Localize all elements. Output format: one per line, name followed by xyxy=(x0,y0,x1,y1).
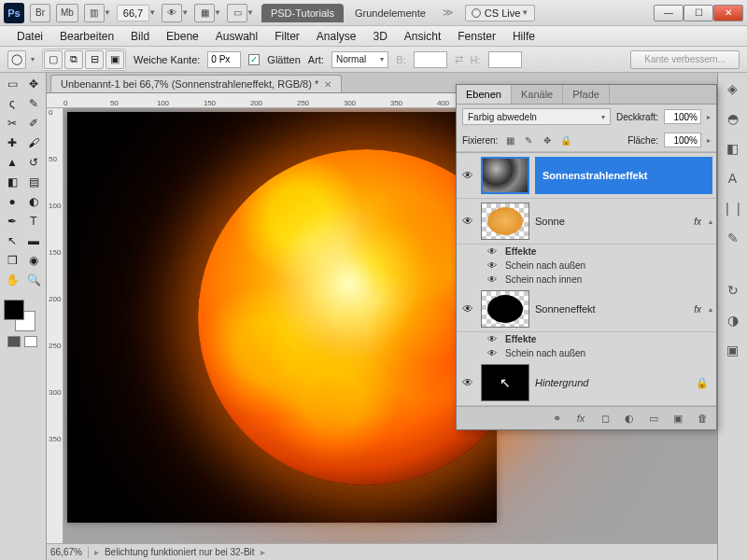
menu-auswahl[interactable]: Auswahl xyxy=(208,28,265,45)
menu-ansicht[interactable]: Ansicht xyxy=(397,28,448,45)
menu-bearbeiten[interactable]: Bearbeiten xyxy=(52,28,121,45)
quick-select-tool[interactable]: ✎ xyxy=(23,94,44,113)
stamp-tool[interactable]: ▲ xyxy=(2,153,22,172)
3d-camera-tool[interactable]: ◉ xyxy=(23,251,44,270)
style-select[interactable]: Normal▾ xyxy=(331,51,388,68)
add-selection-icon[interactable]: ⧉ xyxy=(64,50,83,69)
layer-group-icon[interactable]: ▭ xyxy=(645,411,662,426)
lock-paint-icon[interactable]: ✎ xyxy=(522,133,535,147)
fill-flyout-icon[interactable]: ▸ xyxy=(707,136,711,145)
lock-all-icon[interactable]: 🔒 xyxy=(559,133,572,147)
adjustments-icon[interactable]: ◧ xyxy=(723,138,743,159)
menu-bild[interactable]: Bild xyxy=(123,28,157,45)
color-swatches[interactable] xyxy=(2,298,43,333)
menu-fenster[interactable]: Fenster xyxy=(450,28,503,45)
visibility-icon[interactable]: 👁 xyxy=(460,302,475,315)
opacity-flyout-icon[interactable]: ▸ xyxy=(707,113,711,121)
layer-name[interactable]: Sonnenstrahleneffekt xyxy=(535,157,712,194)
crop-tool[interactable]: ✂ xyxy=(2,114,22,133)
workspace-tab-psd-tutorials[interactable]: PSD-Tutorials xyxy=(261,4,344,22)
layout-picker[interactable]: ▥▼ xyxy=(84,4,111,22)
bridge-button[interactable]: Br xyxy=(30,4,50,22)
lasso-tool[interactable]: ς xyxy=(2,94,22,113)
workspace-tab-grundelemente[interactable]: Grundelemente xyxy=(345,4,435,22)
tab-ebenen[interactable]: Ebenen xyxy=(457,85,512,104)
layer-row[interactable]: 👁 Sonneneffekt fx▴ xyxy=(457,287,716,332)
layer-name[interactable]: Sonneneffekt xyxy=(535,303,688,315)
layer-name[interactable]: Sonne xyxy=(535,216,688,227)
layer-thumbnail[interactable] xyxy=(481,203,529,240)
fill-input[interactable] xyxy=(664,133,701,147)
menu-ebene[interactable]: Ebene xyxy=(159,28,206,45)
feather-input[interactable] xyxy=(207,51,241,68)
visibility-icon[interactable]: 👁 xyxy=(460,376,475,389)
heal-tool[interactable]: ✚ xyxy=(2,133,22,152)
layer-thumbnail[interactable] xyxy=(481,290,529,328)
navigator-icon[interactable]: ▣ xyxy=(723,340,743,360)
maximize-button[interactable]: ☐ xyxy=(684,5,713,21)
path-select-tool[interactable]: ↖ xyxy=(2,231,22,250)
fx-badge[interactable]: fx xyxy=(694,304,701,315)
layer-thumbnail[interactable]: ↖ xyxy=(481,364,529,401)
blur-tool[interactable]: ● xyxy=(2,192,22,211)
zoom-tool[interactable]: 🔍 xyxy=(23,271,44,289)
brush-tool[interactable]: 🖌 xyxy=(23,133,44,152)
eraser-tool[interactable]: ◧ xyxy=(2,173,22,191)
zoom-field[interactable]: 66,7▼ xyxy=(117,5,156,21)
layer-row[interactable]: 👁 Sonne fx▴ xyxy=(457,199,716,245)
lock-position-icon[interactable]: ✥ xyxy=(541,133,554,147)
effects-header[interactable]: 👁Effekte xyxy=(457,332,716,346)
adjustment-layer-icon[interactable]: ◐ xyxy=(621,411,638,426)
refine-edge-button[interactable]: Kante verbessern... xyxy=(630,50,740,69)
brush-presets-icon[interactable]: ❘❘ xyxy=(723,198,743,218)
new-selection-icon[interactable]: ▢ xyxy=(44,50,63,69)
antialias-checkbox[interactable]: ✓ xyxy=(248,54,260,65)
3d-tool[interactable]: ❒ xyxy=(2,251,22,270)
tab-pfade[interactable]: Pfade xyxy=(563,85,610,104)
foreground-swatch[interactable] xyxy=(4,300,24,320)
effect-item[interactable]: 👁Schein nach außen xyxy=(457,346,716,360)
arrange-button[interactable]: ▦▼ xyxy=(194,4,221,22)
layers-icon[interactable]: ◈ xyxy=(723,78,743,99)
color-icon[interactable]: ◓ xyxy=(723,108,743,129)
effect-item[interactable]: 👁Schein nach innen xyxy=(457,273,716,287)
history-icon[interactable]: ↻ xyxy=(723,280,743,301)
layer-name[interactable]: Hintergrund xyxy=(535,377,690,388)
close-button[interactable]: ✕ xyxy=(713,5,743,21)
delete-layer-icon[interactable]: 🗑 xyxy=(694,411,711,426)
layer-thumbnail[interactable] xyxy=(481,157,529,194)
effects-header[interactable]: 👁Effekte xyxy=(457,245,716,259)
marquee-tool[interactable]: ▭ xyxy=(2,75,22,93)
visibility-icon[interactable]: 👁 xyxy=(460,215,475,228)
subtract-selection-icon[interactable]: ⊟ xyxy=(85,50,104,69)
visibility-icon[interactable]: 👁 xyxy=(460,169,475,182)
character-icon[interactable]: A xyxy=(723,168,743,189)
tool-preset-icon[interactable]: ◯ xyxy=(7,50,26,69)
layer-row[interactable]: 👁 Sonnenstrahleneffekt xyxy=(457,153,716,199)
lock-transparent-icon[interactable]: ▦ xyxy=(503,133,516,147)
fx-badge[interactable]: fx xyxy=(694,217,701,227)
effect-item[interactable]: 👁Schein nach außen xyxy=(457,259,716,273)
layer-mask-icon[interactable]: ◻ xyxy=(597,411,613,426)
new-layer-icon[interactable]: ▣ xyxy=(669,411,686,426)
history-brush-tool[interactable]: ↺ xyxy=(23,153,44,172)
document-tab[interactable]: Unbenannt-1 bei 66,7% (Sonnenstrahleneff… xyxy=(50,75,342,92)
screen-mode-button[interactable]: ▭▼ xyxy=(227,4,254,22)
move-tool[interactable]: ✥ xyxy=(23,75,44,93)
pen-tool[interactable]: ✒ xyxy=(2,212,22,231)
hand-tool[interactable]: ✋ xyxy=(2,271,22,289)
layer-style-icon[interactable]: fx xyxy=(572,411,589,426)
menu-3d[interactable]: 3D xyxy=(366,28,395,45)
menu-analyse[interactable]: Analyse xyxy=(309,28,364,45)
expand-icon[interactable]: ≫ xyxy=(437,7,459,19)
menu-filter[interactable]: Filter xyxy=(267,28,307,45)
shape-tool[interactable]: ▬ xyxy=(23,231,44,250)
eyedropper-tool[interactable]: ✐ xyxy=(23,114,44,133)
minimize-button[interactable]: — xyxy=(654,5,684,21)
cs-live-button[interactable]: CS Live▼ xyxy=(465,5,535,21)
brushes-icon[interactable]: ✎ xyxy=(723,228,743,248)
layer-row[interactable]: 👁 ↖ Hintergrund 🔒 xyxy=(457,360,716,406)
intersect-selection-icon[interactable]: ▣ xyxy=(106,50,124,69)
minibridge-button[interactable]: Mb xyxy=(56,4,78,22)
opacity-input[interactable] xyxy=(664,109,701,124)
